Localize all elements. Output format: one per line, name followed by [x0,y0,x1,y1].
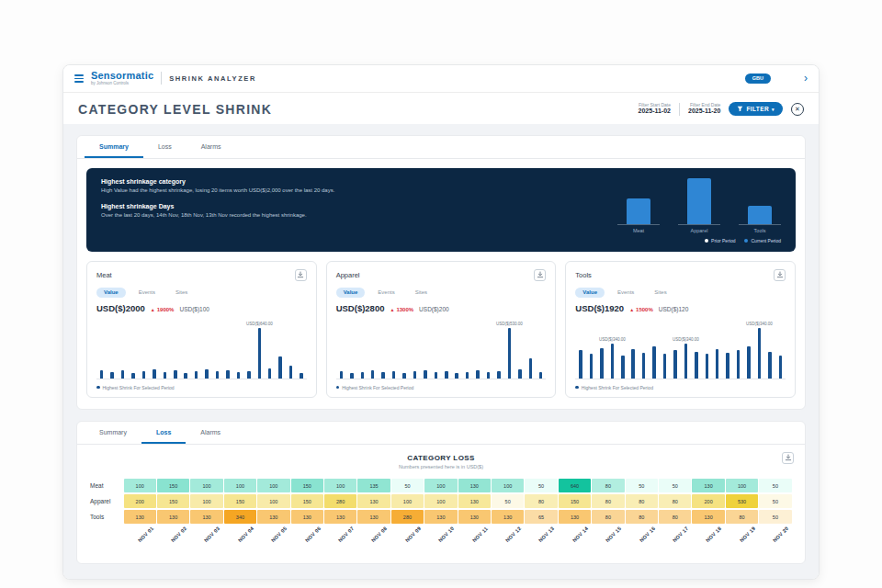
legend-dot [336,386,340,390]
bar-slot: USD($)640.00 [254,328,265,379]
heatmap-cell: 100 [391,494,424,508]
tab-loss[interactable]: Loss [141,422,186,444]
divider [679,103,680,116]
bar [466,372,469,379]
tab-sites[interactable]: Sites [408,288,435,298]
tab-alarms[interactable]: Alarms [186,422,235,444]
current-value: USD($)2000 [96,303,145,313]
bar [142,371,146,378]
column-label-slot: NOV 11 [458,526,491,554]
bar-slot [536,328,546,379]
bar [381,372,385,378]
category-cards: Meat Value Events Sites USD($)2000 [86,261,796,398]
user-badge[interactable]: GBU [745,74,771,84]
tab-value[interactable]: Value [336,288,366,298]
delta-value: 1900% [157,307,175,312]
heatmap-cell: 130 [257,510,289,524]
column-label: NOV 10 [437,525,455,542]
card-stats: USD($)2800 ▲1300% USD($)200 [336,303,547,313]
tab-events[interactable]: Events [131,288,163,298]
bar [652,346,656,378]
tab-sites[interactable]: Sites [168,288,195,298]
banner-chart-area: MeatApparelTools Prior PeriodCurrent Per… [617,178,781,243]
axis-line [678,224,720,225]
up-arrow-icon: ▲ [629,307,634,312]
filter-start-value: 2025-11-02 [639,107,671,116]
bar [278,356,282,378]
card-header: Apparel [336,269,547,281]
bar [110,372,114,379]
tab-sites[interactable]: Sites [647,288,673,298]
menu-icon[interactable] [74,74,84,83]
bar [402,373,406,379]
bar [247,371,251,378]
bar-slot [118,328,128,379]
heatmap-subtitle: Numbers presented here is in USD($) [90,464,792,469]
bar-slot [170,328,180,379]
bar [195,371,198,378]
prior-value: USD($)100 [179,306,209,312]
category-bar-chart: USD($)530.00 [336,328,547,379]
summary-tab-bar: Summary Loss Alarms [77,136,805,159]
download-button[interactable] [534,269,546,281]
heatmap-cell: 130 [692,510,724,524]
bar-slot [451,328,461,379]
delta-value: 1500% [636,307,653,312]
bar-slot [149,328,159,379]
legend-label: Highest Shrink For Selected Period [342,385,413,390]
bar-slot: USD($)340.00 [681,328,691,379]
hero-bar-chart: MeatApparelTools [617,178,781,233]
heatmap-cell: 80 [726,510,758,524]
download-button[interactable] [782,452,794,464]
heatmap-cell: 80 [592,494,624,508]
column-label: NOV 07 [337,525,355,542]
download-button[interactable] [774,269,786,281]
bar [716,349,719,379]
bar-slot [514,328,525,379]
loss-panel: Summary Loss Alarms CATEGORY LOSS Number… [76,421,806,564]
highest-shrinkage-days: Highest shrinkage Days Over the last 20 … [101,203,334,220]
tab-summary[interactable]: Summary [85,136,143,158]
tab-events[interactable]: Events [370,288,401,298]
bar-slot [201,328,211,379]
legend-dot [705,239,708,243]
heatmap-cell: 80 [659,510,691,524]
column-label-slot: NOV 03 [190,526,223,554]
tab-loss[interactable]: Loss [143,136,187,158]
column-label-slot: NOV 08 [357,526,390,554]
heatmap-cell: 100 [324,479,356,492]
bar [621,356,625,379]
tab-value[interactable]: Value [96,288,126,298]
heatmap-cell: 130 [458,494,491,508]
heatmap-cell: 130 [124,510,156,524]
filter-button[interactable]: FILTER ▾ [729,102,783,116]
column-label-slot: NOV 09 [390,526,424,554]
tab-events[interactable]: Events [610,288,641,298]
clear-filter-button[interactable]: ✕ [791,103,804,116]
bar [747,346,751,378]
bar-slot [733,328,743,379]
chevron-right-icon[interactable]: › [804,73,808,84]
heatmap-grid: Meat100150100100100150100135501001301005… [90,479,792,554]
category-label: Tools [754,228,766,233]
bar [590,354,594,378]
column-label: NOV 03 [203,525,220,542]
column-label-slot: NOV 04 [223,526,256,554]
bar [508,328,512,379]
desktop-background: Sensormatic by Johnson Controls SHRINK A… [0,0,882,588]
card-header: Meat [96,269,307,281]
column-label: NOV 20 [772,525,789,542]
heatmap-cell: 100 [424,494,457,508]
bar-slot [181,328,191,379]
tab-alarms[interactable]: Alarms [187,136,236,158]
funnel-icon [737,106,743,112]
bar [424,370,427,379]
bar [611,344,615,378]
bar [131,373,135,379]
banner-paragraph: High Value had the highest shrinkage, lo… [101,187,334,195]
tab-summary[interactable]: Summary [85,422,141,444]
column-label-slot: NOV 12 [491,526,524,554]
tab-value[interactable]: Value [575,288,605,298]
bar [237,372,241,378]
download-button[interactable] [295,269,307,281]
